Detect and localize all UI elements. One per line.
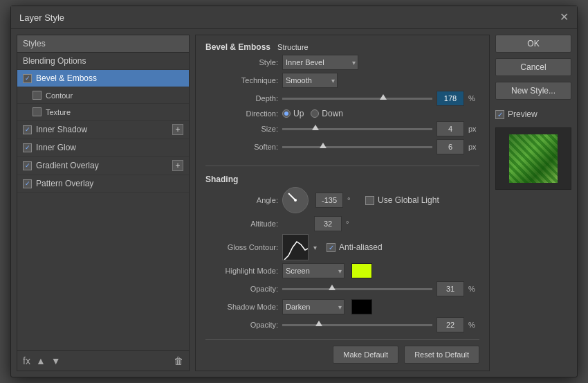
bevel-checkbox[interactable]	[23, 74, 32, 83]
title-bar: Layer Style ✕	[11, 6, 577, 29]
contour-checkbox[interactable]	[33, 91, 42, 100]
highlight-color-swatch[interactable]	[351, 263, 372, 278]
sidebar-item-inner-glow[interactable]: Inner Glow	[17, 139, 189, 157]
texture-checkbox[interactable]	[33, 107, 42, 116]
soften-slider[interactable]	[282, 142, 432, 152]
sidebar-item-pattern-overlay[interactable]: Pattern Overlay	[17, 175, 189, 193]
global-light-row: Use Global Light	[365, 195, 439, 205]
style-select[interactable]: Inner Bevel Outer Bevel Emboss Pillow Em…	[282, 55, 358, 70]
sidebar-item-inner-shadow[interactable]: Inner Shadow +	[17, 121, 189, 139]
technique-label: Technique:	[205, 76, 278, 84]
section2-title: Shading	[205, 175, 238, 184]
highlight-opacity-input[interactable]	[437, 281, 464, 296]
make-default-button[interactable]: Make Default	[333, 346, 398, 364]
direction-down-label: Down	[322, 109, 343, 118]
dialog-title: Layer Style	[19, 12, 64, 23]
gloss-contour-label: Gloss Contour:	[205, 243, 278, 251]
main-footer: Make Default Reset to Default	[205, 339, 479, 364]
bevel-label: Bevel & Emboss	[36, 73, 97, 83]
size-unit: px	[468, 125, 479, 133]
down-button[interactable]: ▼	[51, 355, 61, 366]
direction-up-radio[interactable]	[282, 109, 291, 118]
section1-title: Bevel & Emboss	[205, 42, 270, 52]
styles-header: Styles	[17, 35, 189, 53]
angle-unit: °	[347, 196, 358, 204]
contour-label: Contour	[46, 91, 73, 100]
sidebar-item-blending[interactable]: Blending Options	[17, 53, 189, 70]
preview-check-row: Preview	[495, 109, 571, 119]
depth-label: Depth:	[205, 94, 278, 103]
contour-dropdown-icon: ▾	[313, 244, 317, 251]
inner-glow-checkbox[interactable]	[23, 143, 32, 152]
anti-aliased-label: Anti-aliased	[339, 242, 383, 252]
inner-glow-label: Inner Glow	[36, 143, 76, 152]
inner-shadow-label: Inner Shadow	[36, 125, 87, 134]
direction-down-radio[interactable]	[311, 109, 319, 118]
depth-row: Depth: %	[205, 91, 479, 106]
style-label: Style:	[205, 58, 278, 66]
highlight-opacity-unit: %	[468, 285, 479, 293]
sidebar-item-gradient-overlay[interactable]: Gradient Overlay +	[17, 157, 189, 175]
depth-input[interactable]	[437, 91, 464, 106]
pattern-overlay-checkbox[interactable]	[23, 179, 32, 188]
sidebar-item-bevel[interactable]: Bevel & Emboss	[17, 70, 189, 87]
angle-input[interactable]	[315, 193, 343, 208]
technique-select[interactable]: Smooth Chisel Hard Chisel Soft	[282, 73, 338, 88]
shadow-color-swatch[interactable]	[351, 299, 372, 314]
shadow-opacity-row: Opacity: %	[205, 317, 479, 332]
preview-area	[495, 127, 571, 190]
direction-down[interactable]: Down	[311, 109, 343, 118]
preview-image	[509, 134, 558, 183]
direction-up[interactable]: Up	[282, 109, 304, 118]
size-input[interactable]	[437, 121, 464, 136]
altitude-label: Altitude:	[205, 220, 278, 228]
altitude-unit: °	[346, 220, 357, 228]
up-button[interactable]: ▲	[36, 355, 46, 366]
gradient-overlay-label: Gradient Overlay	[36, 161, 99, 170]
sidebar-item-contour[interactable]: Contour	[17, 87, 189, 104]
gloss-contour-row: Gloss Contour: ▾ Anti-aliased	[205, 234, 479, 260]
shadow-mode-select[interactable]: Darken Normal Multiply	[282, 299, 344, 314]
ok-button[interactable]: OK	[495, 35, 571, 53]
highlight-mode-label: Highlight Mode:	[205, 267, 278, 275]
new-style-button[interactable]: New Style...	[495, 82, 571, 100]
shading-section: Shading Angle: ° Use Global Light	[205, 175, 479, 335]
shadow-mode-label: Shadow Mode:	[205, 303, 278, 311]
direction-radio-group: Up Down	[282, 109, 343, 118]
texture-label: Texture	[46, 108, 71, 116]
shadow-opacity-unit: %	[468, 321, 479, 329]
anti-aliased-row: Anti-aliased	[327, 242, 383, 252]
inner-shadow-add-button[interactable]: +	[172, 124, 183, 135]
soften-input[interactable]	[437, 139, 464, 154]
highlight-opacity-slider[interactable]	[282, 284, 432, 294]
reset-default-button[interactable]: Reset to Default	[404, 346, 479, 364]
altitude-row: Altitude: °	[205, 216, 479, 231]
cancel-button[interactable]: Cancel	[495, 58, 571, 76]
highlight-mode-select[interactable]: Screen Normal Overlay	[282, 263, 344, 278]
angle-label: Angle:	[205, 196, 278, 204]
anti-aliased-checkbox[interactable]	[327, 243, 336, 252]
depth-slider[interactable]	[282, 93, 432, 103]
fx-button[interactable]: fx	[23, 355, 30, 366]
altitude-input[interactable]	[314, 216, 342, 231]
delete-button[interactable]: 🗑	[174, 355, 183, 366]
preview-checkbox[interactable]	[495, 110, 504, 119]
preview-label: Preview	[508, 109, 538, 119]
gradient-overlay-checkbox[interactable]	[23, 161, 32, 170]
size-slider[interactable]	[282, 124, 432, 134]
inner-shadow-checkbox[interactable]	[23, 125, 32, 134]
global-light-checkbox[interactable]	[365, 196, 374, 205]
shadow-mode-row: Shadow Mode: Darken Normal Multiply	[205, 299, 479, 314]
shadow-opacity-slider[interactable]	[282, 320, 432, 330]
highlight-mode-wrapper: Screen Normal Overlay	[282, 263, 344, 278]
left-panel: Styles Blending Options Bevel & Emboss C…	[17, 35, 190, 371]
shadow-opacity-input[interactable]	[437, 317, 464, 332]
gradient-overlay-add-button[interactable]: +	[172, 160, 183, 171]
close-button[interactable]: ✕	[560, 12, 569, 23]
direction-up-label: Up	[293, 109, 304, 118]
layer-style-dialog: Layer Style ✕ Styles Blending Options Be…	[10, 6, 578, 377]
depth-unit: %	[468, 94, 479, 103]
sidebar-item-texture[interactable]: Texture	[17, 104, 189, 121]
angle-wheel[interactable]	[282, 187, 309, 213]
contour-preview[interactable]	[282, 234, 309, 260]
